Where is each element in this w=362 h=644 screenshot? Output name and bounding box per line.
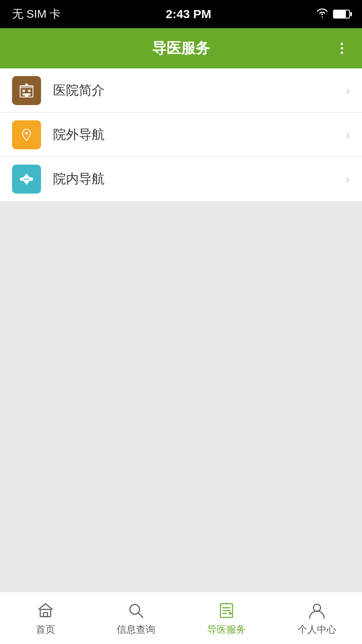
status-bar: 无 SIM 卡 2:43 PM (0, 0, 362, 28)
menu-list: 医院简介 › 院外导航 › (0, 68, 362, 201)
svg-line-18 (138, 613, 143, 617)
svg-point-24 (313, 604, 321, 611)
bottom-nav: 首页 信息查询 导医服务 (0, 592, 362, 644)
svg-rect-4 (23, 93, 25, 95)
gray-area (0, 201, 362, 592)
carrier-label: 无 SIM 卡 (12, 6, 61, 22)
nav-item-home[interactable]: 首页 (0, 601, 90, 636)
indoor-nav-arrow: › (346, 172, 350, 187)
indoor-nav-icon-box (12, 165, 41, 194)
nav-item-profile[interactable]: 个人中心 (272, 601, 362, 636)
svg-marker-13 (23, 181, 30, 185)
hospital-intro-label: 医院简介 (53, 82, 346, 99)
home-nav-icon (35, 601, 56, 621)
main-content: 医院简介 › 院外导航 › (0, 68, 362, 592)
svg-marker-12 (23, 173, 30, 178)
time-label: 2:43 PM (166, 7, 211, 21)
svg-rect-16 (43, 613, 47, 617)
nav-item-guide[interactable]: 导医服务 (181, 601, 272, 636)
svg-rect-1 (20, 86, 33, 88)
profile-nav-icon (307, 601, 327, 621)
directions-icon (18, 170, 35, 188)
profile-nav-label: 个人中心 (298, 623, 336, 636)
menu-item-indoor-nav[interactable]: 院内导航 › (0, 157, 362, 201)
hospital-intro-arrow: › (346, 83, 350, 98)
svg-rect-3 (28, 90, 31, 92)
menu-item-outdoor-nav[interactable]: 院外导航 › (0, 113, 362, 157)
guide-nav-label: 导医服务 (207, 623, 246, 636)
search-nav-label: 信息查询 (117, 623, 155, 636)
menu-item-hospital-intro[interactable]: 医院简介 › (0, 68, 362, 113)
more-menu-button[interactable] (334, 40, 350, 56)
hospital-intro-icon-box (12, 76, 41, 105)
nav-item-search[interactable]: 信息查询 (90, 601, 181, 636)
location-icon (18, 126, 35, 144)
indoor-nav-label: 院内导航 (53, 170, 346, 188)
outdoor-nav-arrow: › (346, 127, 350, 142)
wifi-icon (316, 8, 328, 21)
app-header: 导医服务 (0, 28, 362, 68)
guide-nav-icon (216, 601, 237, 621)
svg-rect-5 (28, 93, 31, 95)
battery-icon (333, 10, 350, 19)
status-icons (316, 8, 350, 21)
building-icon (18, 82, 35, 99)
outdoor-nav-label: 院外导航 (53, 126, 346, 144)
svg-rect-6 (25, 93, 28, 97)
outdoor-nav-icon-box (12, 120, 41, 149)
svg-rect-2 (23, 90, 25, 92)
search-nav-icon (126, 601, 146, 621)
page-title: 导医服务 (152, 39, 210, 58)
home-nav-label: 首页 (36, 623, 55, 636)
